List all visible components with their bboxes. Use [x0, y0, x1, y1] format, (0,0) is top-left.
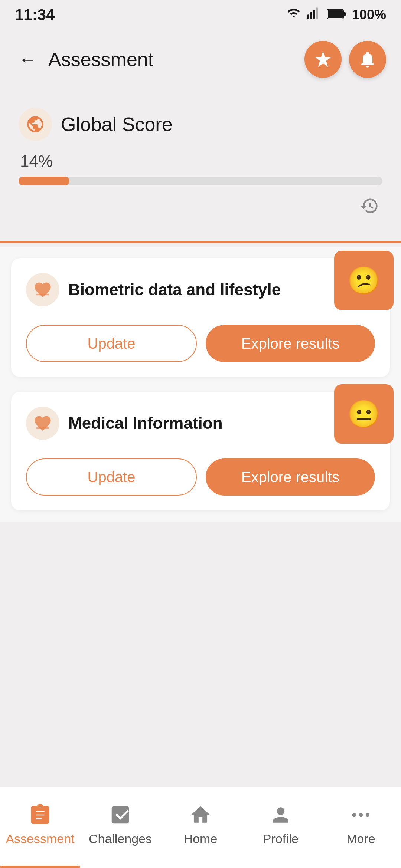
- back-arrow-icon: ←: [19, 49, 37, 70]
- globe-icon: [26, 115, 45, 134]
- medical-explore-button[interactable]: Explore results: [206, 458, 375, 496]
- svg-rect-0: [307, 14, 309, 19]
- svg-rect-2: [313, 10, 315, 19]
- wifi-icon: [287, 6, 301, 24]
- medical-card: Medical Information 😐 Update Explore res…: [11, 392, 390, 510]
- main-content: Global Score 14%: [0, 89, 401, 237]
- assessment-nav-label: Assessment: [6, 832, 74, 846]
- badge-icon: [313, 50, 333, 69]
- biometric-emoji-badge: 😕: [334, 251, 394, 310]
- back-button[interactable]: ←: [15, 46, 41, 72]
- clipboard-icon: [29, 803, 52, 826]
- card-info: Biometric data and lifestyle: [26, 273, 281, 306]
- card-top: Biometric data and lifestyle 😕: [26, 273, 375, 306]
- badge-button[interactable]: [304, 41, 342, 78]
- global-score-header: Global Score: [19, 108, 382, 141]
- battery-icon: [327, 7, 346, 23]
- challenges-nav-label: Challenges: [89, 832, 152, 846]
- home-nav-icon: [188, 802, 213, 828]
- medical-icon-wrap: [26, 407, 59, 440]
- biometric-card-title: Biometric data and lifestyle: [68, 280, 281, 300]
- medical-emoji-badge: 😐: [334, 384, 394, 444]
- nav-item-more[interactable]: More: [321, 802, 401, 846]
- profile-icon: [269, 803, 292, 826]
- score-percent: 14%: [20, 152, 382, 171]
- bottom-nav: Assessment Challenges Home Profile: [0, 786, 401, 868]
- home-nav-label: Home: [184, 832, 218, 846]
- medical-heart-icon: [33, 414, 52, 433]
- status-bar: 11:34 100%: [0, 0, 401, 30]
- notification-button[interactable]: [349, 41, 386, 78]
- profile-nav-label: Profile: [263, 832, 299, 846]
- svg-rect-1: [310, 12, 312, 18]
- medical-card-buttons: Update Explore results: [26, 458, 375, 496]
- biometric-card-buttons: Update Explore results: [26, 325, 375, 362]
- bell-icon: [358, 50, 377, 69]
- history-button-wrap: [19, 193, 382, 219]
- medical-card-title: Medical Information: [68, 414, 223, 433]
- svg-point-8: [359, 813, 363, 816]
- biometric-icon-wrap: [26, 273, 59, 306]
- global-score-card: Global Score 14%: [15, 96, 386, 230]
- biometric-card: Biometric data and lifestyle 😕 Update Ex…: [11, 258, 390, 377]
- medical-update-button[interactable]: Update: [26, 458, 197, 496]
- status-icons: 100%: [287, 6, 386, 24]
- medical-emoji: 😐: [347, 398, 381, 430]
- globe-icon-wrap: [19, 108, 52, 141]
- nav-item-assessment[interactable]: Assessment: [0, 802, 80, 846]
- page-title: Assessment: [48, 48, 153, 70]
- status-time: 11:34: [15, 6, 55, 24]
- profile-nav-icon: [268, 802, 294, 828]
- battery-percent: 100%: [352, 7, 386, 23]
- more-nav-icon: [348, 802, 374, 828]
- global-score-title: Global Score: [61, 113, 173, 135]
- more-nav-label: More: [346, 832, 375, 846]
- nav-item-challenges[interactable]: Challenges: [80, 802, 160, 846]
- cards-area: Biometric data and lifestyle 😕 Update Ex…: [0, 247, 401, 522]
- header-actions: [304, 41, 386, 78]
- app-header: ← Assessment: [0, 30, 401, 89]
- assessment-nav-icon: [27, 802, 53, 828]
- heart-hand-icon: [33, 280, 52, 299]
- medical-card-info: Medical Information: [26, 407, 223, 440]
- svg-point-7: [352, 813, 356, 816]
- svg-rect-5: [343, 12, 346, 16]
- progress-bar-fill: [19, 177, 69, 185]
- challenges-nav-icon: [107, 802, 133, 828]
- svg-point-9: [366, 813, 369, 816]
- home-icon: [189, 803, 212, 826]
- biometric-emoji: 😕: [347, 265, 381, 296]
- history-button[interactable]: [356, 193, 382, 219]
- history-icon: [360, 196, 379, 216]
- nav-item-home[interactable]: Home: [160, 802, 241, 846]
- medical-card-top: Medical Information 😐: [26, 407, 375, 440]
- more-icon: [349, 803, 372, 826]
- orange-divider: [0, 241, 401, 243]
- nav-item-profile[interactable]: Profile: [241, 802, 321, 846]
- progress-bar: [19, 177, 382, 185]
- svg-rect-6: [328, 10, 343, 18]
- nav-active-indicator: [0, 866, 80, 868]
- biometric-explore-button[interactable]: Explore results: [206, 325, 375, 362]
- svg-rect-3: [316, 7, 318, 19]
- challenges-icon: [109, 803, 132, 826]
- signal-icon: [307, 6, 321, 24]
- biometric-update-button[interactable]: Update: [26, 325, 197, 362]
